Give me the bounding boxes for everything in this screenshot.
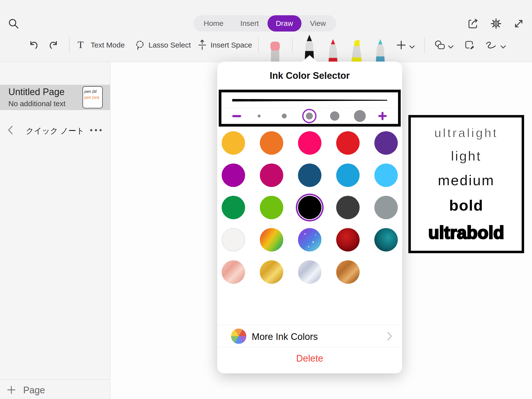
size-dot-3[interactable]	[302, 109, 316, 123]
stroke-width-preview	[232, 99, 387, 101]
tab-home[interactable]: Home	[195, 15, 232, 32]
swatch-raspberry[interactable]	[260, 164, 283, 187]
highlighter-yellow[interactable]	[349, 39, 364, 62]
pen-red[interactable]	[326, 39, 340, 62]
size-dot-5[interactable]	[353, 109, 367, 123]
stroke-size-row	[221, 108, 398, 124]
ink-sample-ultrabold: ultrabold	[428, 222, 504, 243]
lasso-select-label[interactable]: Lasso Select	[149, 41, 191, 49]
page-title: Untitled Page	[8, 87, 65, 97]
toolbar-divider	[424, 37, 425, 53]
undo-icon[interactable]	[28, 40, 38, 50]
size-dot-1[interactable]	[252, 109, 266, 123]
popup-caret	[302, 55, 317, 62]
weight-sample-box: ultralightlightmediumboldultrabold	[408, 115, 524, 253]
ink-to-shape-icon[interactable]	[464, 40, 475, 50]
thumbnail-ink-text: pen (ora	[84, 95, 102, 100]
stroke-size-selector-frame	[219, 90, 401, 127]
swatch-grid	[222, 131, 398, 284]
popup-title: Ink Color Selector	[217, 70, 402, 81]
swatch-gray[interactable]	[374, 196, 398, 219]
add-pen-icon[interactable]	[396, 40, 406, 50]
lasso-select-icon[interactable]	[134, 40, 145, 50]
ink-sample-ultralight: ultralight	[434, 126, 498, 140]
swatch-green[interactable]	[222, 196, 245, 219]
delete-label: Delete	[296, 353, 323, 364]
ink-sample-light: light	[451, 148, 482, 164]
swatch-pink[interactable]	[298, 131, 321, 155]
color-wheel-icon	[231, 329, 246, 344]
more-ink-colors-label: More Ink Colors	[252, 332, 318, 342]
delete-pen-button[interactable]: Delete	[217, 347, 402, 373]
insert-space-icon[interactable]	[197, 39, 207, 50]
ink-replay-icon[interactable]	[485, 41, 497, 50]
plus-icon	[7, 385, 16, 394]
swatch-violet[interactable]	[222, 164, 245, 187]
insert-space-label[interactable]: Insert Space	[211, 41, 252, 49]
size-dot-4[interactable]	[328, 109, 342, 123]
text-mode-label[interactable]: Text Mode	[91, 41, 125, 49]
swatch-sky-blue[interactable]	[374, 164, 398, 187]
chevron-down-icon[interactable]	[448, 45, 454, 49]
tab-draw[interactable]: Draw	[267, 15, 301, 32]
page-subtitle: No additional text	[8, 100, 66, 108]
page-thumbnail: pen (blpen (ora	[83, 86, 103, 108]
toolbar-divider	[69, 37, 70, 53]
swatch-galaxy[interactable]	[298, 228, 321, 251]
add-page-button[interactable]: Page	[0, 379, 110, 399]
swatch-yellow[interactable]	[222, 131, 245, 155]
swatch-orange[interactable]	[260, 131, 283, 155]
swatch-rainbow-glitter[interactable]	[260, 228, 283, 251]
pen-teal[interactable]	[373, 39, 387, 62]
swatch-white[interactable]	[222, 228, 245, 251]
page-list-sidebar: クイック ノート Untitled Page No additional tex…	[0, 62, 110, 399]
swatch-ocean[interactable]	[374, 228, 398, 251]
tab-bar: HomeInsertDrawView	[193, 15, 336, 32]
chevron-down-icon[interactable]	[409, 45, 415, 49]
expand-icon[interactable]	[513, 18, 524, 29]
swatch-rose-gold[interactable]	[222, 260, 245, 284]
search-icon[interactable]	[8, 18, 19, 30]
toolbar-divider	[258, 37, 259, 53]
decrease-size-button[interactable]	[232, 115, 241, 117]
swatch-ruby[interactable]	[336, 228, 360, 251]
thumbnail-ink-text: pen (bl	[84, 89, 102, 95]
swatch-silver[interactable]	[298, 260, 321, 284]
share-icon[interactable]	[467, 18, 479, 29]
increase-size-button[interactable]	[378, 111, 387, 121]
swatch-dark-blue[interactable]	[298, 164, 321, 187]
ink-color-selector-popup: Ink Color Selector More Ink Colors Delet…	[217, 62, 402, 373]
settings-gear-icon[interactable]	[490, 18, 502, 29]
eraser-tool[interactable]	[269, 41, 282, 62]
swatch-purple[interactable]	[374, 131, 398, 155]
tab-view[interactable]: View	[302, 15, 334, 32]
text-mode-icon[interactable]: T	[78, 39, 83, 50]
more-options-icon[interactable]	[90, 129, 102, 131]
page-list-item-selected[interactable]: Untitled Page No additional text pen (bl…	[0, 85, 110, 110]
redo-icon[interactable]	[49, 40, 60, 50]
toolbar-divider	[292, 37, 293, 53]
tab-insert[interactable]: Insert	[232, 15, 267, 32]
shapes-icon[interactable]	[434, 40, 446, 50]
swatch-lime-green[interactable]	[260, 196, 283, 219]
size-dot-2[interactable]	[277, 109, 291, 123]
swatch-blue[interactable]	[336, 164, 360, 187]
swatch-red[interactable]	[336, 131, 360, 155]
swatch-gold[interactable]	[260, 260, 283, 284]
chevron-down-icon[interactable]	[500, 45, 506, 49]
swatch-dark-gray[interactable]	[336, 196, 360, 219]
more-ink-colors-row[interactable]: More Ink Colors	[217, 325, 402, 347]
top-bar: HomeInsertDrawView T Text Mode Lasso Sel…	[0, 0, 532, 62]
chevron-right-icon	[387, 332, 392, 341]
ink-sample-bold: bold	[449, 197, 483, 214]
swatch-black[interactable]	[298, 196, 321, 219]
add-page-label: Page	[23, 385, 45, 396]
swatch-bronze[interactable]	[336, 260, 360, 284]
ink-sample-medium: medium	[438, 172, 495, 188]
